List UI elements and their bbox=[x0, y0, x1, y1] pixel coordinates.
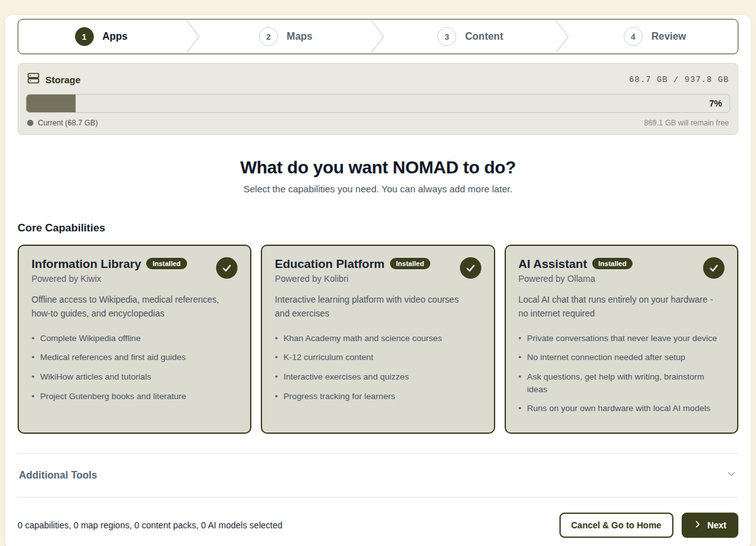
next-button[interactable]: Next bbox=[682, 513, 738, 538]
step-separator-chevron-icon bbox=[553, 20, 572, 54]
wizard-stepper: 1 Apps 2 Maps 3 Content 4 Review bbox=[18, 19, 738, 54]
storage-server-icon bbox=[27, 72, 40, 87]
additional-tools-toggle[interactable]: Additional Tools bbox=[18, 454, 738, 497]
next-button-label: Next bbox=[707, 520, 726, 530]
step-number-badge: 1 bbox=[75, 27, 94, 46]
selected-check-icon bbox=[216, 257, 238, 279]
capability-card-information-library[interactable]: Information LibraryInstalled Powered by … bbox=[18, 245, 251, 434]
step-label: Review bbox=[651, 31, 686, 42]
step-separator-chevron-icon bbox=[369, 20, 387, 54]
step-maps[interactable]: 2 Maps bbox=[203, 20, 369, 54]
feature-item: •Interactive exercises and quizzes bbox=[275, 368, 481, 387]
step-apps[interactable]: 1 Apps bbox=[18, 20, 184, 54]
installed-badge: Installed bbox=[390, 258, 431, 269]
feature-item: •Progress tracking for learners bbox=[275, 386, 481, 406]
feature-item: •Medical references and first aid guides bbox=[32, 348, 238, 368]
card-description: Local AI chat that runs entirely on your… bbox=[518, 293, 724, 320]
core-capabilities-heading: Core Capabilities bbox=[18, 222, 738, 235]
card-title: Information Library bbox=[32, 257, 141, 270]
powered-by-label: Powered by Ollama bbox=[518, 274, 633, 284]
step-label: Apps bbox=[103, 31, 128, 42]
cancel-button[interactable]: Cancel & Go to Home bbox=[559, 513, 673, 538]
legend-current-dot bbox=[27, 120, 33, 126]
card-title: AI Assistant bbox=[518, 257, 587, 270]
card-feature-list: •Khan Academy math and science courses •… bbox=[275, 328, 481, 405]
additional-tools-label: Additional Tools bbox=[19, 470, 97, 481]
powered-by-label: Powered by Kiwix bbox=[32, 274, 187, 284]
step-review[interactable]: 4 Review bbox=[572, 20, 738, 54]
page-subtitle: Select the capabilities you need. You ca… bbox=[18, 183, 738, 194]
step-number-badge: 2 bbox=[259, 27, 278, 46]
capability-cards-grid: Information LibraryInstalled Powered by … bbox=[18, 245, 738, 434]
capability-card-education-platform[interactable]: Education PlatformInstalled Powered by K… bbox=[261, 245, 495, 434]
step-label: Content bbox=[465, 31, 503, 42]
storage-progress-bar: 7% bbox=[26, 94, 730, 113]
feature-item: •WikiHow articles and tutorials bbox=[32, 368, 238, 387]
powered-by-label: Powered by Kolibri bbox=[275, 274, 430, 284]
storage-percent-label: 7% bbox=[709, 98, 722, 108]
storage-remaining-note: 869.1 GB will remain free bbox=[644, 119, 729, 127]
chevron-right-icon bbox=[694, 520, 702, 530]
step-content[interactable]: 3 Content bbox=[387, 20, 553, 54]
storage-progress-fill bbox=[26, 95, 76, 112]
capability-card-ai-assistant[interactable]: AI AssistantInstalled Powered by Ollama … bbox=[505, 245, 738, 434]
feature-item: •Khan Academy math and science courses bbox=[275, 328, 481, 348]
selected-check-icon bbox=[703, 257, 724, 279]
storage-panel: Storage 68.7 GB / 937.8 GB 7% Current (6… bbox=[18, 63, 738, 135]
storage-title: Storage bbox=[45, 74, 81, 85]
feature-item: •Private conversations that never leave … bbox=[518, 328, 724, 348]
feature-item: •No internet connection needed after set… bbox=[518, 348, 724, 368]
step-separator-chevron-icon bbox=[184, 20, 203, 54]
feature-item: •Complete Wikipedia offline bbox=[32, 328, 238, 348]
legend-current-label: Current (68.7 GB) bbox=[38, 119, 98, 127]
installed-badge: Installed bbox=[592, 258, 633, 269]
installed-badge: Installed bbox=[146, 258, 187, 269]
wizard-footer: 0 capabilities, 0 map regions, 0 content… bbox=[18, 497, 738, 538]
storage-usage-readout: 68.7 GB / 937.8 GB bbox=[629, 75, 729, 84]
chevron-down-icon[interactable] bbox=[726, 468, 737, 482]
card-description: Offline access to Wikipedia, medical ref… bbox=[32, 293, 238, 320]
card-feature-list: •Complete Wikipedia offline •Medical ref… bbox=[32, 328, 238, 405]
feature-item: •K-12 curriculum content bbox=[275, 348, 481, 368]
page-title: What do you want NOMAD to do? bbox=[18, 158, 738, 178]
feature-item: •Runs on your own hardware with local AI… bbox=[518, 399, 724, 419]
card-title: Education Platform bbox=[275, 257, 384, 270]
selection-summary: 0 capabilities, 0 map regions, 0 content… bbox=[18, 520, 282, 530]
card-description: Interactive learning platform with video… bbox=[275, 293, 481, 320]
cancel-button-label: Cancel & Go to Home bbox=[571, 520, 662, 530]
feature-item: •Ask questions, get help with writing, b… bbox=[518, 368, 724, 399]
selected-check-icon bbox=[460, 257, 481, 279]
step-number-badge: 3 bbox=[437, 27, 456, 46]
step-label: Maps bbox=[287, 31, 312, 42]
feature-item: •Project Gutenberg books and literature bbox=[32, 386, 238, 406]
setup-wizard-panel: 1 Apps 2 Maps 3 Content 4 Review bbox=[5, 15, 751, 546]
step-number-badge: 4 bbox=[624, 27, 643, 46]
card-feature-list: •Private conversations that never leave … bbox=[518, 328, 724, 418]
